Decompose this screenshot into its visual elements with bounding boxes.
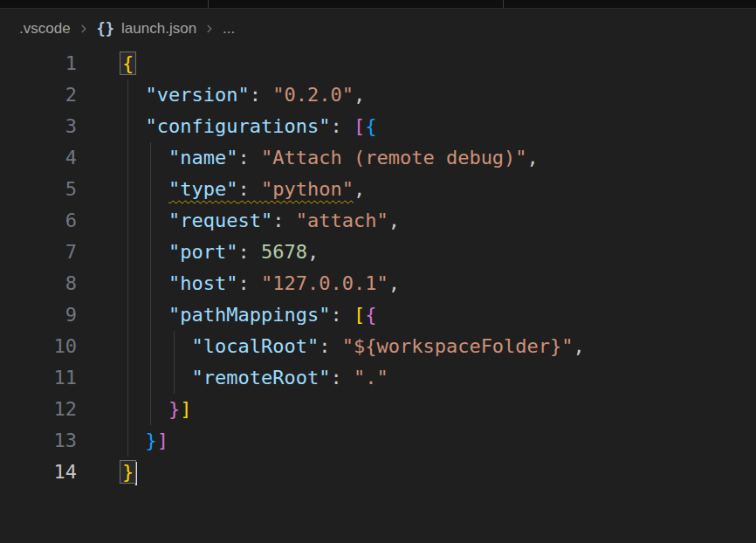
json-file-icon: {} — [97, 20, 114, 38]
line-content[interactable]: "pathMappings": [{ — [122, 299, 376, 331]
breadcrumb-file[interactable]: launch.json — [121, 20, 196, 38]
line-number[interactable]: 1 — [0, 48, 77, 79]
code-line[interactable]: 6 "request": "attach", — [0, 205, 756, 237]
line-content[interactable]: "remoteRoot": "." — [122, 362, 388, 394]
code-line[interactable]: 5 "type": "python", — [0, 174, 756, 205]
line-number[interactable]: 6 — [0, 205, 77, 237]
code-line[interactable]: 3 "configurations": [{ — [0, 111, 756, 142]
code-line[interactable]: 12 }] — [0, 394, 756, 425]
line-number[interactable]: 5 — [0, 174, 77, 205]
indent-guide — [150, 142, 151, 425]
line-number[interactable]: 11 — [0, 362, 77, 394]
breadcrumb-folder[interactable]: .vscode — [19, 20, 71, 38]
indent-guide — [174, 331, 175, 394]
line-number[interactable]: 7 — [0, 237, 77, 268]
code-line[interactable]: 14} — [0, 457, 756, 488]
line-content[interactable]: }] — [122, 394, 191, 425]
code-line[interactable]: 4 "name": "Attach (remote debug)", — [0, 142, 756, 174]
code-editor[interactable]: 1{2 "version": "0.2.0",3 "configurations… — [0, 48, 756, 488]
line-number[interactable]: 9 — [0, 299, 77, 331]
code-lines: 1{2 "version": "0.2.0",3 "configurations… — [0, 48, 756, 488]
tab-separator — [503, 0, 504, 8]
code-line[interactable]: 11 "remoteRoot": "." — [0, 362, 756, 394]
chevron-right-icon — [203, 23, 216, 35]
code-line[interactable]: 10 "localRoot": "${workspaceFolder}", — [0, 331, 756, 362]
tab-bar — [0, 0, 756, 9]
line-content[interactable]: }] — [122, 425, 168, 457]
breadcrumb: .vscode {} launch.json ... — [0, 9, 756, 48]
code-line[interactable]: 7 "port": 5678, — [0, 237, 756, 268]
line-number[interactable]: 4 — [0, 142, 77, 174]
line-content[interactable]: "name": "Attach (remote debug)", — [122, 142, 539, 174]
line-content[interactable]: "request": "attach", — [122, 205, 400, 237]
code-line[interactable]: 2 "version": "0.2.0", — [0, 79, 756, 111]
line-number[interactable]: 10 — [0, 331, 77, 362]
line-content[interactable]: "port": 5678, — [122, 237, 319, 268]
line-content[interactable]: "localRoot": "${workspaceFolder}", — [122, 331, 585, 362]
line-content[interactable]: { — [122, 48, 134, 79]
line-content[interactable]: "configurations": [{ — [122, 111, 376, 142]
indent-guide — [127, 79, 128, 457]
code-line[interactable]: 9 "pathMappings": [{ — [0, 299, 756, 331]
line-number[interactable]: 2 — [0, 79, 77, 111]
line-number[interactable]: 3 — [0, 111, 77, 142]
line-number[interactable]: 13 — [0, 425, 77, 457]
line-content[interactable]: "type": "python", — [122, 174, 365, 205]
code-line[interactable]: 1{ — [0, 48, 756, 79]
text-cursor — [135, 462, 137, 485]
code-line[interactable]: 8 "host": "127.0.0.1", — [0, 268, 756, 299]
breadcrumb-more[interactable]: ... — [223, 20, 235, 38]
line-content[interactable]: } — [122, 457, 137, 488]
code-line[interactable]: 13 }] — [0, 425, 756, 457]
line-content[interactable]: "version": "0.2.0", — [122, 79, 365, 111]
vscode-window: .vscode {} launch.json ... 1{2 "version"… — [0, 0, 756, 543]
line-number[interactable]: 14 — [0, 457, 77, 488]
line-number[interactable]: 12 — [0, 394, 77, 425]
line-content[interactable]: "host": "127.0.0.1", — [122, 268, 400, 299]
chevron-right-icon — [78, 23, 90, 35]
tab-separator — [208, 0, 209, 8]
line-number[interactable]: 8 — [0, 268, 77, 299]
